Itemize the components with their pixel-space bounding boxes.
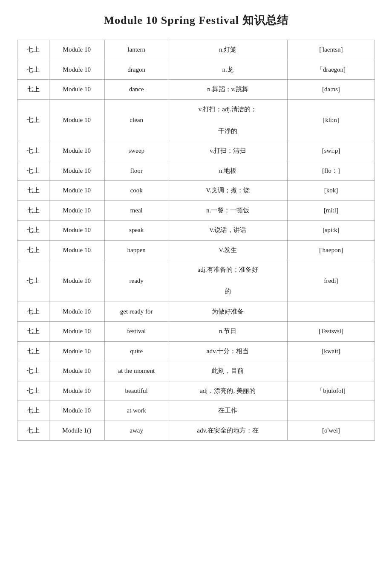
table-row: 七上Module 10happenV.发生['haepon]	[17, 240, 375, 260]
cell-module: Module 10	[49, 240, 105, 260]
cell-phonetic: [flo：]	[287, 161, 375, 181]
table-row: 七上Module 10beautifuladj．漂亮的, 美丽的「bjulofo…	[17, 381, 375, 401]
cell-level: 七上	[17, 240, 49, 260]
cell-meaning: n.一餐；一顿饭	[168, 200, 288, 221]
cell-word: at the moment	[105, 361, 168, 381]
cell-word: sweep	[105, 141, 168, 161]
cell-phonetic: [kwait]	[287, 341, 375, 361]
cell-word: speak	[105, 221, 168, 241]
table-row: 七上Module 10quiteadv.十分；相当[kwait]	[17, 341, 375, 361]
cell-module: Module 10	[49, 161, 105, 181]
cell-level: 七上	[17, 40, 49, 60]
cell-meaning: V.发生	[168, 240, 288, 260]
table-row: 七上Module 10cleanv.打扫；adj.清洁的；干净的[kli:n]	[17, 99, 375, 141]
cell-phonetic: [da:ns]	[287, 80, 375, 100]
cell-word: meal	[105, 200, 168, 221]
cell-level: 七上	[17, 80, 49, 100]
table-row: 七上Module 10readyadj.有准备的；准备好的fredi]	[17, 260, 375, 302]
cell-module: Module 10	[49, 381, 105, 401]
cell-phonetic: 「draegon]	[287, 60, 375, 80]
cell-meaning: n.龙	[168, 60, 288, 80]
cell-phonetic: [swi:p]	[287, 141, 375, 161]
cell-level: 七上	[17, 141, 49, 161]
cell-phonetic	[287, 361, 375, 381]
table-row: 七上Module 10dancen.舞蹈；v.跳舞[da:ns]	[17, 80, 375, 100]
cell-module: Module 10	[49, 361, 105, 381]
cell-phonetic: [spi:k]	[287, 221, 375, 241]
cell-level: 七上	[17, 361, 49, 381]
cell-level: 七上	[17, 381, 49, 401]
cell-phonetic: [Testsvsl]	[287, 322, 375, 342]
table-row: 七上Module 10cookV.烹调；煮；烧[kok]	[17, 181, 375, 201]
cell-word: cook	[105, 181, 168, 201]
cell-module: Module 10	[49, 341, 105, 361]
table-row: 七上Module 10festivaln.节日[Testsvsl]	[17, 322, 375, 342]
cell-phonetic: [mi:l]	[287, 200, 375, 221]
cell-meaning: 为做好准备	[168, 302, 288, 322]
cell-level: 七上	[17, 200, 49, 221]
cell-word: dragon	[105, 60, 168, 80]
table-row: 七上Module 10lanternn.灯笼['laentsn]	[17, 40, 375, 60]
cell-phonetic	[287, 401, 375, 421]
cell-word: get ready for	[105, 302, 168, 322]
table-row: 七上Module 10get ready for为做好准备	[17, 302, 375, 322]
cell-level: 七上	[17, 181, 49, 201]
table-row: 七上Module 1()awayadv.在安全的地方；在[o'wei]	[17, 421, 375, 441]
cell-word: clean	[105, 99, 168, 141]
cell-meaning: adv.在安全的地方；在	[168, 421, 288, 441]
cell-meaning: adv.十分；相当	[168, 341, 288, 361]
cell-meaning: adj.有准备的；准备好的	[168, 260, 288, 302]
table-row: 七上Module 10mealn.一餐；一顿饭[mi:l]	[17, 200, 375, 221]
table-row: 七上Module 10dragonn.龙「draegon]	[17, 60, 375, 80]
cell-level: 七上	[17, 60, 49, 80]
cell-module: Module 10	[49, 141, 105, 161]
cell-module: Module 10	[49, 181, 105, 201]
cell-level: 七上	[17, 341, 49, 361]
vocabulary-table: 七上Module 10lanternn.灯笼['laentsn]七上Module…	[17, 40, 375, 441]
cell-word: lantern	[105, 40, 168, 60]
cell-module: Module 1()	[49, 421, 105, 441]
cell-meaning: V.说话，讲话	[168, 221, 288, 241]
cell-word: festival	[105, 322, 168, 342]
cell-phonetic: fredi]	[287, 260, 375, 302]
cell-meaning: n.节日	[168, 322, 288, 342]
title-english: Module 10 Spring Festival	[104, 14, 242, 26]
table-row: 七上Module 10floorn.地板[flo：]	[17, 161, 375, 181]
cell-module: Module 10	[49, 401, 105, 421]
cell-word: ready	[105, 260, 168, 302]
cell-word: happen	[105, 240, 168, 260]
cell-phonetic: [kli:n]	[287, 99, 375, 141]
cell-phonetic: [kok]	[287, 181, 375, 201]
cell-phonetic: ['haepon]	[287, 240, 375, 260]
cell-level: 七上	[17, 421, 49, 441]
cell-level: 七上	[17, 99, 49, 141]
page-title: Module 10 Spring Festival 知识总结	[17, 13, 375, 28]
cell-meaning: 此刻，目前	[168, 361, 288, 381]
cell-word: dance	[105, 80, 168, 100]
cell-meaning: v.打扫；adj.清洁的；干净的	[168, 99, 288, 141]
title-chinese: 知识总结	[242, 14, 288, 26]
cell-phonetic: ['laentsn]	[287, 40, 375, 60]
cell-meaning: n.舞蹈；v.跳舞	[168, 80, 288, 100]
cell-module: Module 10	[49, 60, 105, 80]
cell-level: 七上	[17, 260, 49, 302]
cell-meaning: n.地板	[168, 161, 288, 181]
cell-level: 七上	[17, 221, 49, 241]
cell-meaning: adj．漂亮的, 美丽的	[168, 381, 288, 401]
cell-level: 七上	[17, 322, 49, 342]
cell-level: 七上	[17, 401, 49, 421]
cell-level: 七上	[17, 161, 49, 181]
cell-phonetic: 「bjulofol]	[287, 381, 375, 401]
cell-module: Module 10	[49, 40, 105, 60]
table-row: 七上Module 10speakV.说话，讲话[spi:k]	[17, 221, 375, 241]
cell-phonetic: [o'wei]	[287, 421, 375, 441]
cell-module: Module 10	[49, 221, 105, 241]
table-row: 七上Module 10at the moment此刻，目前	[17, 361, 375, 381]
cell-module: Module 10	[49, 80, 105, 100]
table-row: 七上Module 10sweepv.打扫；清扫[swi:p]	[17, 141, 375, 161]
cell-module: Module 10	[49, 302, 105, 322]
cell-level: 七上	[17, 302, 49, 322]
cell-word: beautiful	[105, 381, 168, 401]
cell-meaning: v.打扫；清扫	[168, 141, 288, 161]
cell-phonetic	[287, 302, 375, 322]
